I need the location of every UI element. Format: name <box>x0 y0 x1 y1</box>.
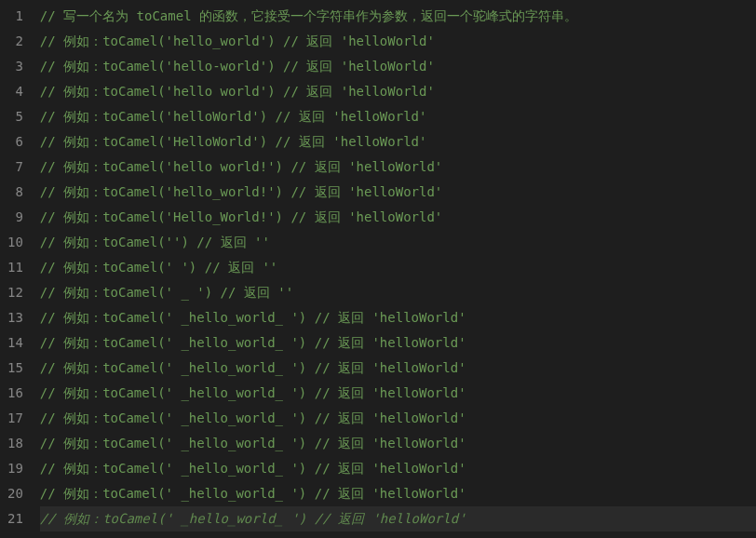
code-line[interactable]: // 例如：toCamel(' _hello_world_ ') // 返回 '… <box>40 506 756 531</box>
code-line[interactable]: // 例如：toCamel('helloWorld') // 返回 'hello… <box>40 104 756 129</box>
line-number: 6 <box>7 129 23 155</box>
comment-text: // 例如：toCamel(' _hello_world_ ') // 返回 '… <box>40 407 466 431</box>
code-line[interactable]: // 例如：toCamel('hello-world') // 返回 'hell… <box>40 54 756 79</box>
comment-text: // 例如：toCamel(' _ ') // 返回 '' <box>40 281 293 305</box>
comment-text: // 例如：toCamel(' ') // 返回 '' <box>40 256 277 280</box>
comment-text: // 例如：toCamel('helloWorld') // 返回 'hello… <box>40 105 427 129</box>
comment-text: // 例如：toCamel(' _hello_world_ ') // 返回 '… <box>40 382 466 406</box>
comment-text: // 例如：toCamel(' _hello_world_ ') // 返回 '… <box>40 306 466 330</box>
comment-text: // 例如：toCamel('hello-world') // 返回 'hell… <box>40 55 435 79</box>
line-number: 11 <box>7 255 23 280</box>
code-line[interactable]: // 例如：toCamel(' _hello_world_ ') // 返回 '… <box>40 431 756 456</box>
line-number-gutter: 123456789101112131415161718192021 <box>0 0 40 538</box>
line-number: 3 <box>7 54 23 79</box>
code-line[interactable]: // 例如：toCamel('hello world!') // 返回 'hel… <box>40 155 756 180</box>
line-number: 13 <box>7 305 23 330</box>
code-line[interactable]: // 例如：toCamel(' _hello_world_ ') // 返回 '… <box>40 305 756 330</box>
comment-text: // 例如：toCamel('') // 返回 '' <box>40 231 270 255</box>
line-number: 9 <box>7 205 23 230</box>
line-number: 15 <box>7 356 23 381</box>
comment-text: // 例如：toCamel('hello world!') // 返回 'hel… <box>40 155 442 180</box>
code-editor[interactable]: 123456789101112131415161718192021 // 写一个… <box>0 0 756 538</box>
code-line[interactable]: // 例如：toCamel(' _hello_world_ ') // 返回 '… <box>40 406 756 431</box>
line-number: 20 <box>7 481 23 506</box>
line-number: 10 <box>7 230 23 255</box>
code-line[interactable]: // 例如：toCamel('') // 返回 '' <box>40 230 756 255</box>
line-number: 19 <box>7 456 23 481</box>
code-line[interactable]: // 例如：toCamel(' _hello_world_ ') // 返回 '… <box>40 356 756 381</box>
comment-text: // 例如：toCamel('hello world') // 返回 'hell… <box>40 80 435 104</box>
line-number: 17 <box>7 406 23 431</box>
comment-text: // 例如：toCamel('HelloWorld') // 返回 'hello… <box>40 130 427 155</box>
line-number: 1 <box>7 4 23 29</box>
line-number: 16 <box>7 381 23 406</box>
comment-text: // 例如：toCamel(' _hello_world_ ') // 返回 '… <box>40 457 466 481</box>
comment-text: // 例如：toCamel(' _hello_world_ ') // 返回 '… <box>40 482 466 506</box>
code-line[interactable]: // 例如：toCamel(' ') // 返回 '' <box>40 255 756 280</box>
code-line[interactable]: // 例如：toCamel(' _hello_world_ ') // 返回 '… <box>40 330 756 356</box>
line-number: 18 <box>7 431 23 456</box>
line-number: 12 <box>7 280 23 305</box>
code-line[interactable]: // 例如：toCamel('hello_world!') // 返回 'hel… <box>40 180 756 205</box>
code-line[interactable]: // 例如：toCamel('hello world') // 返回 'hell… <box>40 79 756 104</box>
line-number: 14 <box>7 330 23 356</box>
line-number: 2 <box>7 29 23 54</box>
line-number: 21 <box>7 506 23 531</box>
line-number: 4 <box>7 79 23 104</box>
code-line[interactable]: // 例如：toCamel(' _hello_world_ ') // 返回 '… <box>40 456 756 481</box>
line-number: 7 <box>7 155 23 180</box>
code-line[interactable]: // 例如：toCamel(' _hello_world_ ') // 返回 '… <box>40 381 756 406</box>
code-line[interactable]: // 例如：toCamel('hello_world') // 返回 'hell… <box>40 29 756 54</box>
comment-text: // 写一个名为 toCamel 的函数，它接受一个字符串作为参数，返回一个驼峰… <box>40 5 577 29</box>
line-number: 5 <box>7 104 23 129</box>
code-content-area[interactable]: // 写一个名为 toCamel 的函数，它接受一个字符串作为参数，返回一个驼峰… <box>40 0 756 538</box>
comment-text: // 例如：toCamel('hello_world!') // 返回 'hel… <box>40 181 442 205</box>
comment-text: // 例如：toCamel(' _hello_world_ ') // 返回 '… <box>40 331 466 356</box>
code-line[interactable]: // 例如：toCamel('HelloWorld') // 返回 'hello… <box>40 129 756 155</box>
code-line[interactable]: // 写一个名为 toCamel 的函数，它接受一个字符串作为参数，返回一个驼峰… <box>40 4 756 29</box>
code-line[interactable]: // 例如：toCamel(' _ ') // 返回 '' <box>40 280 756 305</box>
comment-text: // 例如：toCamel(' _hello_world_ ') // 返回 '… <box>40 356 466 381</box>
comment-text: // 例如：toCamel(' _hello_world_ ') // 返回 '… <box>40 507 466 531</box>
code-line[interactable]: // 例如：toCamel(' _hello_world_ ') // 返回 '… <box>40 481 756 506</box>
comment-text: // 例如：toCamel(' _hello_world_ ') // 返回 '… <box>40 432 466 456</box>
comment-text: // 例如：toCamel('hello_world') // 返回 'hell… <box>40 30 435 54</box>
line-number: 8 <box>7 180 23 205</box>
code-line[interactable]: // 例如：toCamel('Hello_World!') // 返回 'hel… <box>40 205 756 230</box>
comment-text: // 例如：toCamel('Hello_World!') // 返回 'hel… <box>40 206 442 230</box>
